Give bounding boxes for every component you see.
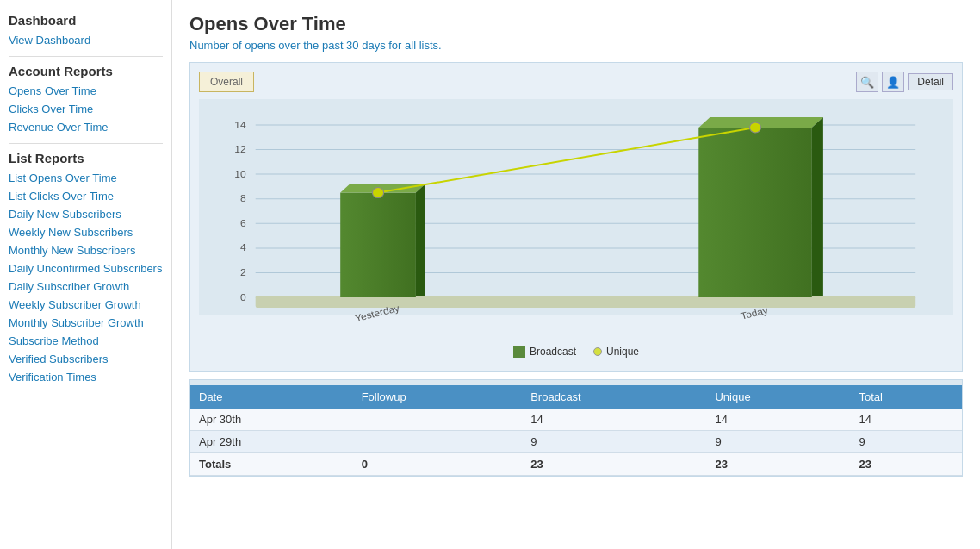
svg-text:2: 2 <box>240 267 246 277</box>
svg-text:4: 4 <box>240 242 246 252</box>
table-row: Apr 29th 9 9 9 <box>190 431 962 453</box>
col-total: Total <box>850 385 962 409</box>
chart-svg: 14 12 10 8 6 4 2 0 <box>199 99 953 332</box>
sidebar-item-list-opens-over-time[interactable]: List Opens Over Time <box>9 169 163 187</box>
cell-total-totals: 23 <box>850 453 962 476</box>
cell-followup <box>353 409 523 431</box>
chart-icons: 🔍 👤 Detail <box>856 72 953 92</box>
svg-rect-23 <box>698 128 811 297</box>
sidebar-item-monthly-subscriber-growth[interactable]: Monthly Subscriber Growth <box>9 314 163 332</box>
cell-unique: 9 <box>706 431 850 453</box>
chart-container: Overall 🔍 👤 Detail 14 12 <box>189 62 963 372</box>
sidebar-item-daily-subscriber-growth[interactable]: Daily Subscriber Growth <box>9 278 163 296</box>
broadcast-label: Broadcast <box>530 346 576 358</box>
chart-legend: Broadcast Unique <box>199 346 953 358</box>
svg-text:8: 8 <box>240 193 246 203</box>
cell-broadcast: 14 <box>522 409 706 431</box>
svg-point-28 <box>749 122 760 133</box>
col-followup: Followup <box>353 385 523 409</box>
table-totals-row: Totals 0 23 23 23 <box>190 453 962 476</box>
legend-unique: Unique <box>593 346 639 358</box>
sidebar-item-clicks-over-time[interactable]: Clicks Over Time <box>9 100 163 118</box>
cell-total: 9 <box>850 431 962 453</box>
data-table: Date Followup Broadcast Unique Total Apr… <box>190 385 962 476</box>
sidebar: Dashboard View Dashboard Account Reports… <box>0 0 172 549</box>
list-reports-title: List Reports <box>9 151 163 165</box>
svg-marker-21 <box>416 184 425 296</box>
unique-icon <box>593 347 602 356</box>
cell-unique-totals: 23 <box>706 453 850 476</box>
cell-broadcast: 9 <box>522 431 706 453</box>
dashboard-title: Dashboard <box>9 13 163 28</box>
cell-date-totals: Totals <box>190 453 353 476</box>
page-title: Opens Over Time <box>189 13 963 35</box>
chart-area: 14 12 10 8 6 4 2 0 <box>199 99 953 340</box>
svg-rect-17 <box>256 296 915 308</box>
cell-followup <box>353 431 523 453</box>
svg-text:12: 12 <box>234 144 245 153</box>
sidebar-item-verified-subscribers[interactable]: Verified Subscribers <box>9 350 163 368</box>
data-table-wrapper: Date Followup Broadcast Unique Total Apr… <box>189 379 963 477</box>
tab-overall[interactable]: Overall <box>199 72 254 92</box>
sidebar-item-revenue-over-time[interactable]: Revenue Over Time <box>9 118 163 136</box>
svg-text:14: 14 <box>234 120 246 129</box>
sidebar-item-opens-over-time[interactable]: Opens Over Time <box>9 82 163 100</box>
sidebar-item-daily-new-subscribers[interactable]: Daily New Subscribers <box>9 205 163 223</box>
sidebar-item-list-clicks-over-time[interactable]: List Clicks Over Time <box>9 187 163 205</box>
col-broadcast: Broadcast <box>522 385 706 409</box>
svg-text:0: 0 <box>240 292 246 302</box>
col-date: Date <box>190 385 353 409</box>
svg-text:6: 6 <box>240 218 246 228</box>
sidebar-item-daily-unconfirmed-subscribers[interactable]: Daily Unconfirmed Subscribers <box>9 259 163 278</box>
sidebar-item-weekly-subscriber-growth[interactable]: Weekly Subscriber Growth <box>9 296 163 314</box>
tab-bar: Overall <box>199 72 953 92</box>
cell-date: Apr 29th <box>190 431 353 453</box>
table-row: Apr 30th 14 14 14 <box>190 409 962 431</box>
sidebar-item-subscribe-method[interactable]: Subscribe Method <box>9 332 163 350</box>
cell-unique: 14 <box>706 409 850 431</box>
svg-rect-0 <box>199 99 953 315</box>
sidebar-item-weekly-new-subscribers[interactable]: Weekly New Subscribers <box>9 223 163 241</box>
page-subtitle: Number of opens over the past 30 days fo… <box>189 39 963 52</box>
cell-followup-totals: 0 <box>353 453 523 476</box>
cell-date: Apr 30th <box>190 409 353 431</box>
view-dashboard-link[interactable]: View Dashboard <box>9 31 163 49</box>
detail-button[interactable]: Detail <box>908 73 953 90</box>
svg-marker-25 <box>812 117 823 296</box>
user-icon-btn[interactable]: 👤 <box>882 72 904 92</box>
col-unique: Unique <box>706 385 850 409</box>
table-header-row: Date Followup Broadcast Unique Total <box>190 385 962 409</box>
broadcast-icon <box>513 346 525 358</box>
svg-point-27 <box>372 188 383 198</box>
cell-total: 14 <box>850 409 962 431</box>
unique-label: Unique <box>606 346 639 358</box>
account-reports-title: Account Reports <box>9 64 163 78</box>
main-content: Opens Over Time Number of opens over the… <box>172 0 980 549</box>
legend-broadcast: Broadcast <box>513 346 576 358</box>
svg-rect-19 <box>340 193 416 297</box>
svg-text:10: 10 <box>234 169 245 178</box>
search-icon-btn[interactable]: 🔍 <box>856 72 878 92</box>
cell-broadcast-totals: 23 <box>522 453 706 476</box>
sidebar-item-monthly-new-subscribers[interactable]: Monthly New Subscribers <box>9 241 163 259</box>
sidebar-item-verification-times[interactable]: Verification Times <box>9 368 163 386</box>
